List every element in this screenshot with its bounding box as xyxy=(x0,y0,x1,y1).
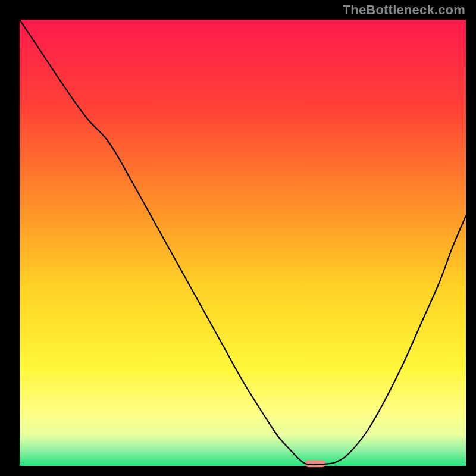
plot-background xyxy=(20,20,466,466)
watermark-text: TheBottleneck.com xyxy=(343,2,465,18)
chart-frame: TheBottleneck.com xyxy=(0,0,476,476)
plot-svg xyxy=(0,0,476,476)
